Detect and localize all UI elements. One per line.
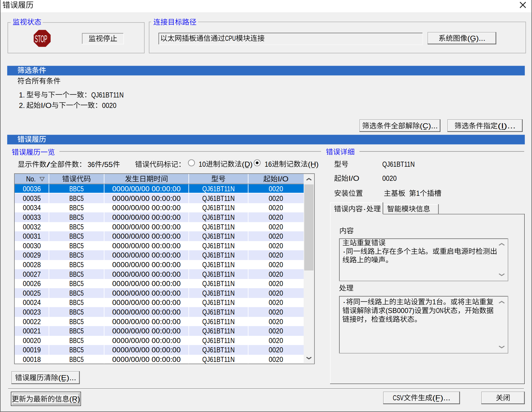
svg-text:00021: 00021 [23,327,41,335]
svg-text:0000/00/00 00:00:00: 0000/00/00 00:00:00 [112,327,181,335]
svg-text:00030: 00030 [23,242,41,250]
svg-text:BBC5: BBC5 [69,298,84,306]
svg-text:0000/00/00 00:00:00: 0000/00/00 00:00:00 [112,213,181,221]
svg-text:00029: 00029 [23,251,41,259]
svg-text:QJ61BT11N: QJ61BT11N [202,346,235,354]
svg-text:00035: 00035 [23,194,41,202]
svg-text:0000/00/00 00:00:00: 0000/00/00 00:00:00 [112,194,181,202]
svg-text:0020: 0020 [269,298,283,306]
svg-text:/55: /55 [102,160,113,169]
svg-text:(H): (H) [308,160,319,168]
svg-text:/: / [47,160,50,169]
svg-text:BBC5: BBC5 [69,279,84,288]
svg-text:I/O: I/O [349,174,359,182]
svg-text:00020: 00020 [23,336,41,345]
svg-text:0000/00/00 00:00:00: 0000/00/00 00:00:00 [112,185,181,193]
svg-text:0000/00/00 00:00:00: 0000/00/00 00:00:00 [112,318,181,326]
svg-text:0000/00/00 00:00:00: 0000/00/00 00:00:00 [112,270,181,278]
svg-text:·: · [342,247,346,255]
svg-text:·: · [342,298,346,306]
svg-text:0020: 0020 [269,289,283,297]
svg-text:0020: 0020 [269,346,283,354]
svg-text:0020: 0020 [269,318,283,326]
svg-text:BBC5: BBC5 [69,270,84,278]
svg-text:10: 10 [199,160,206,168]
svg-text:BBC5: BBC5 [69,185,84,193]
svg-text:QJ61BT11N: QJ61BT11N [202,185,235,193]
svg-text:00027: 00027 [23,270,41,278]
svg-text:0000/00/00 00:00:00: 0000/00/00 00:00:00 [112,336,181,345]
svg-text:BBC5: BBC5 [69,308,84,316]
svg-text:0020: 0020 [269,204,283,212]
svg-text:0000/00/00 00:00:00: 0000/00/00 00:00:00 [112,289,181,297]
svg-text:CSV: CSV [393,394,404,402]
svg-text:QJ61BT11N: QJ61BT11N [202,336,235,345]
svg-text:BBC5: BBC5 [69,261,84,269]
svg-text:QJ61BT11N: QJ61BT11N [202,194,235,202]
svg-text:I/O: I/O [41,101,52,109]
svg-text:QJ61BT11N: QJ61BT11N [202,223,235,231]
svg-text:00019: 00019 [23,346,41,354]
svg-text:16: 16 [265,160,272,168]
svg-text:CPU: CPU [225,34,236,42]
svg-text:00036: 00036 [23,185,41,193]
svg-text:QJ61BT11N: QJ61BT11N [91,91,124,99]
svg-text:BBC5: BBC5 [69,346,84,354]
svg-text:36: 36 [88,160,95,169]
svg-text:0020: 0020 [269,251,283,259]
svg-text:00024: 00024 [23,298,41,306]
svg-text:0020: 0020 [269,223,283,231]
svg-text:0020: 0020 [269,261,283,269]
svg-text:QJ61BT11N: QJ61BT11N [202,355,235,363]
svg-text:0020: 0020 [269,185,283,193]
svg-text:00022: 00022 [23,318,41,326]
svg-text:QJ61BT11N: QJ61BT11N [202,261,235,269]
svg-text:BBC5: BBC5 [69,251,84,259]
svg-text:00031: 00031 [23,232,41,240]
svg-text:QJ61BT11N: QJ61BT11N [202,242,235,250]
svg-text:BBC5: BBC5 [69,318,84,326]
svg-text:QJ61BT11N: QJ61BT11N [202,308,235,316]
svg-text:0000/00/00 00:00:00: 0000/00/00 00:00:00 [112,232,181,240]
svg-text:BBC5: BBC5 [69,204,84,212]
svg-text:QJ61BT11N: QJ61BT11N [202,251,235,259]
svg-text:BBC5: BBC5 [69,232,84,240]
svg-text:0020: 0020 [382,174,397,182]
svg-text:BBC5: BBC5 [69,336,84,345]
svg-text:0000/00/00 00:00:00: 0000/00/00 00:00:00 [112,204,181,212]
svg-text:QJ61BT11N: QJ61BT11N [202,327,235,335]
svg-text:0000/00/00 00:00:00: 0000/00/00 00:00:00 [112,355,181,363]
svg-text:(SB0007): (SB0007) [386,306,414,315]
svg-text:0000/00/00 00:00:00: 0000/00/00 00:00:00 [112,261,181,269]
svg-text:0000/00/00 00:00:00: 0000/00/00 00:00:00 [112,298,181,306]
svg-text:QJ61BT11N: QJ61BT11N [202,270,235,278]
svg-text:(C)...: (C)... [420,122,438,130]
svg-text:00033: 00033 [23,213,41,221]
svg-text:QJ61BT11N: QJ61BT11N [202,213,235,221]
svg-text:0000/00/00 00:00:00: 0000/00/00 00:00:00 [112,308,181,316]
svg-text:(R): (R) [69,395,80,403]
svg-text:BBC5: BBC5 [69,223,84,231]
svg-text:BBC5: BBC5 [69,194,84,202]
svg-text:BBC5: BBC5 [69,242,84,250]
svg-text:00028: 00028 [23,261,41,269]
svg-text:00025: 00025 [23,289,41,297]
svg-text:0020: 0020 [269,232,283,240]
svg-text:BBC5: BBC5 [69,327,84,335]
svg-text:0020: 0020 [269,213,283,221]
svg-text:QJ61BT11N: QJ61BT11N [202,279,235,288]
svg-text:QJ61BT11N: QJ61BT11N [202,318,235,326]
svg-text:QJ61BT11N: QJ61BT11N [202,204,235,212]
svg-text:(D): (D) [242,160,253,168]
svg-text:0020: 0020 [269,355,283,363]
svg-text:QJ61BT11N: QJ61BT11N [202,289,235,297]
svg-text:0000/00/00 00:00:00: 0000/00/00 00:00:00 [112,251,181,259]
svg-text:0020: 0020 [269,327,283,335]
svg-text:0020: 0020 [269,308,283,316]
svg-text:0020: 0020 [269,242,283,250]
svg-text:0020: 0020 [102,101,116,109]
svg-text:1: 1 [432,298,436,306]
svg-text:(I)...: (I)... [498,122,516,130]
svg-text:QJ61BT11N: QJ61BT11N [202,298,235,306]
svg-text:00032: 00032 [23,223,41,231]
